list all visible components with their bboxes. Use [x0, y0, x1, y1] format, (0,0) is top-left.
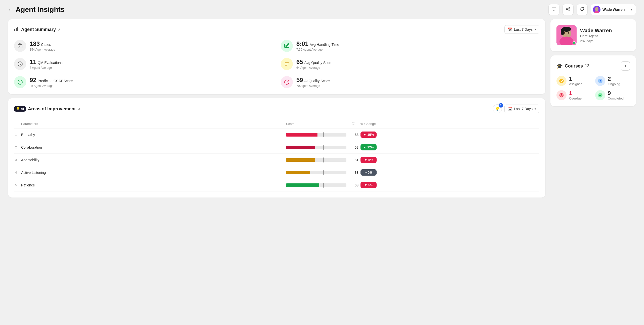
course-stat-ongoing: 2 Ongoing [595, 76, 630, 86]
agent-role: Care Agent [580, 34, 612, 38]
add-course-button[interactable]: + [621, 61, 630, 71]
main-content: Agent Summary ∧ 📅 Last 7 Days ▾ [0, 19, 644, 206]
course-stat-overdue: 1 Overdue [556, 90, 591, 100]
filter-icon [552, 7, 556, 12]
header-left: ← Agent Insights [8, 6, 64, 14]
bar-chart-icon [14, 26, 19, 33]
stat-qm-evals-text: 11 QM Evaluations 8 Agent Average [30, 58, 63, 70]
agent-summary-title: Agent Summary [21, 27, 56, 32]
chevron-down-icon: ▾ [631, 8, 632, 11]
param-name: Adaptability [20, 154, 285, 166]
svg-rect-9 [16, 28, 17, 31]
score-value: 63 [350, 179, 359, 191]
stat-ai-quality: 59 AI Quality Score 70 Agent Average [281, 76, 539, 88]
ai-badge-label: AI [21, 107, 24, 111]
qm-evals-icon [14, 58, 26, 70]
csat-icon [14, 76, 26, 88]
param-name: Patience [20, 179, 285, 191]
svg-point-25 [286, 82, 286, 82]
stat-handling-time-text: 8:01 Avg Handling Time 7:55 Agent Averag… [296, 40, 339, 51]
stat-avg-quality: 65 Avg Quality Score 64 Agent Average [281, 58, 539, 70]
table-row: 5 Patience 63 ▼ 5% [14, 179, 539, 191]
course-stat-completed: 9 Completed [595, 90, 630, 100]
aoi-table: Parameters Score % Change [14, 119, 539, 191]
courses-title-group: 🎓 Courses 13 [556, 63, 589, 69]
aoi-title: Areas of Improvement [28, 106, 76, 112]
table-row: 3 Adaptability 61 ▼ 5% [14, 154, 539, 166]
completed-label: Completed [608, 96, 624, 100]
table-row: 2 Collaboration 58 ▲ 12% [14, 141, 539, 154]
share-button[interactable] [562, 4, 574, 15]
th-score: Score [285, 119, 350, 128]
pct-change: ▲ 12% [359, 141, 539, 154]
param-name: Collaboration [20, 141, 285, 154]
collapse-button[interactable]: ∧ [58, 27, 61, 32]
back-button[interactable]: ← [8, 7, 13, 13]
courses-header: 🎓 Courses 13 + [556, 61, 630, 71]
svg-point-2 [569, 10, 570, 11]
badge-count: 2 [499, 103, 503, 108]
aoi-collapse-button[interactable]: ∧ [78, 107, 81, 111]
filter-button[interactable] [548, 4, 559, 15]
completed-count: 9 [608, 90, 624, 96]
param-name: Active Listening [20, 166, 285, 179]
courses-count: 13 [585, 64, 589, 68]
ai-quality-icon [281, 76, 293, 88]
svg-point-31 [568, 32, 569, 34]
assigned-count: 1 [569, 76, 582, 82]
agent-avatar-small [593, 6, 600, 13]
refresh-button[interactable] [577, 4, 588, 15]
agent-info: Wade Warren Care Agent 287 days [580, 28, 612, 43]
score-value: 63 [350, 166, 359, 179]
stat-qm-evals: 11 QM Evaluations 8 Agent Average [14, 58, 273, 70]
pct-change: -- 0% [359, 166, 539, 179]
svg-text:✓: ✓ [288, 44, 289, 45]
agent-profile-card: Wade Warren Care Agent 287 days [550, 19, 636, 51]
stat-csat: 92 Predicted CSAT Score 85 Agent Average [14, 76, 273, 88]
row-rank: 2 [14, 141, 20, 154]
score-value: 58 [350, 141, 359, 154]
svg-point-6 [595, 7, 598, 11]
svg-point-21 [18, 80, 22, 84]
right-column: Wade Warren Care Agent 287 days 🎓 Course… [550, 19, 636, 198]
stat-handling-time-value: 8:01 Avg Handling Time [296, 40, 339, 47]
stat-cases: 183 Cases 154 Agent Average [14, 40, 273, 52]
svg-point-26 [287, 82, 288, 82]
agent-selector-name: Wade Warren [602, 8, 629, 12]
ai-badge: 💡 AI [14, 106, 26, 112]
th-rank [14, 119, 20, 128]
ai-badge-icon: 💡 [16, 107, 20, 111]
svg-rect-10 [17, 27, 18, 31]
stat-handling-time: ✓ 8:01 Avg Handling Time 7:55 Agent Aver… [281, 40, 539, 52]
th-parameters: Parameters [20, 119, 285, 128]
row-rank: 1 [14, 128, 20, 141]
bar-cell [285, 166, 350, 179]
calendar-icon: 📅 [508, 27, 512, 31]
overdue-icon-circle [556, 90, 567, 100]
svg-point-23 [21, 82, 21, 82]
lightbulb-icon: 💡 [495, 107, 500, 111]
table-row: 4 Active Listening 63 -- 0% [14, 166, 539, 179]
assigned-icon-circle [556, 76, 567, 86]
agent-name: Wade Warren [580, 28, 612, 34]
th-sort-icon[interactable] [350, 119, 359, 128]
assigned-label: Assigned [569, 82, 582, 86]
score-value: 61 [350, 154, 359, 166]
chevron-down-icon: ▾ [535, 107, 536, 111]
lightbulb-button[interactable]: 💡 2 [493, 104, 502, 113]
left-column: Agent Summary ∧ 📅 Last 7 Days ▾ [8, 19, 545, 198]
svg-line-4 [567, 9, 569, 10]
agent-profile: Wade Warren Care Agent 287 days [556, 25, 630, 45]
stat-cases-text: 183 Cases 154 Agent Average [30, 40, 55, 51]
svg-point-24 [285, 80, 289, 84]
score-value: 63 [350, 128, 359, 141]
stats-grid: 183 Cases 154 Agent Average ✓ [14, 40, 539, 88]
aoi-card: 💡 AI Areas of Improvement ∧ 💡 2 📅 Last 7… [8, 98, 545, 198]
ongoing-count: 2 [608, 76, 620, 82]
agent-selector[interactable]: Wade Warren ▾ [591, 4, 636, 15]
date-dropdown-aoi[interactable]: 📅 Last 7 Days ▾ [504, 105, 539, 113]
date-dropdown-summary[interactable]: 📅 Last 7 Days ▾ [504, 25, 539, 34]
header: ← Agent Insights [0, 0, 644, 19]
agent-summary-card: Agent Summary ∧ 📅 Last 7 Days ▾ [8, 19, 545, 94]
courses-title: Courses [565, 63, 583, 69]
